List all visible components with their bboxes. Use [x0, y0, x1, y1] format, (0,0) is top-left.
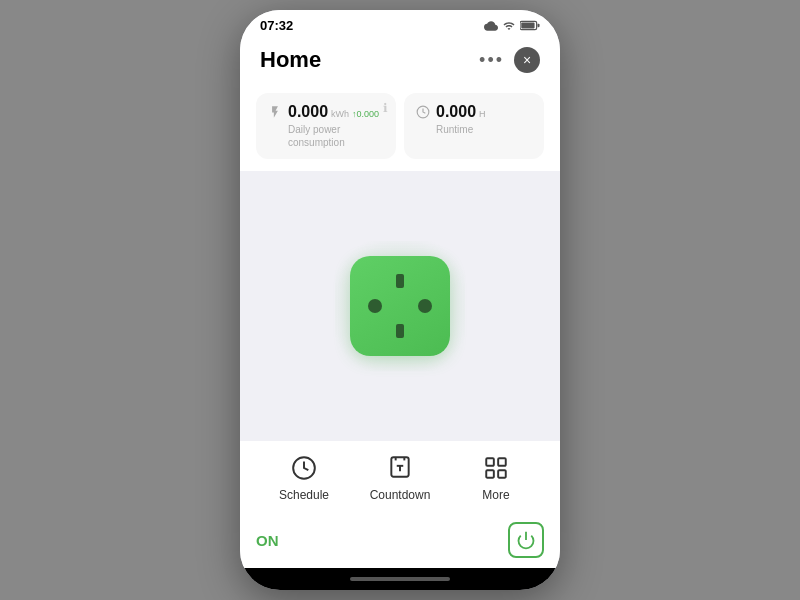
schedule-button[interactable]: Schedule [256, 453, 352, 502]
power-status: ON [256, 532, 279, 549]
plug-pin-left [368, 299, 382, 313]
wifi-icon [502, 20, 516, 32]
close-button[interactable]: × [514, 47, 540, 73]
clock-icon [416, 105, 430, 122]
power-bar: ON [240, 512, 560, 568]
header-actions: ••• × [477, 47, 540, 73]
lightning-icon [268, 105, 282, 122]
runtime-unit: H [479, 109, 486, 119]
svg-rect-1 [521, 23, 534, 29]
svg-rect-11 [498, 458, 506, 466]
schedule-label: Schedule [279, 488, 329, 502]
power-icon [516, 530, 536, 550]
home-bar [350, 577, 450, 581]
countdown-icon [385, 453, 415, 483]
stats-row: 0.000 kWh ↑0.000 Daily power consumption… [240, 85, 560, 171]
more-options-button[interactable]: ••• [477, 48, 506, 73]
cloud-icon [484, 19, 498, 33]
battery-icon [520, 19, 540, 32]
more-grid-icon [481, 453, 511, 483]
plug-glow[interactable] [335, 241, 465, 371]
actions-row: Schedule Countdown [256, 453, 544, 502]
page-title: Home [260, 47, 321, 73]
runtime-label: Runtime [436, 123, 534, 136]
info-icon[interactable]: ℹ [383, 101, 388, 115]
more-button[interactable]: More [448, 453, 544, 502]
svg-rect-12 [486, 470, 494, 478]
header: Home ••• × [240, 37, 560, 85]
runtime-value: 0.000 [436, 103, 476, 121]
svg-rect-13 [498, 470, 506, 478]
phone-frame: 07:32 Home ••• × [240, 10, 560, 590]
power-value-group: 0.000 kWh ↑0.000 Daily power consumption [288, 103, 386, 149]
svg-rect-2 [538, 24, 540, 27]
schedule-icon [289, 453, 319, 483]
runtime-stat-card: 0.000 H Runtime [404, 93, 544, 159]
power-toggle-button[interactable] [508, 522, 544, 558]
power-stat-card: 0.000 kWh ↑0.000 Daily power consumption… [256, 93, 396, 159]
countdown-label: Countdown [370, 488, 431, 502]
smart-plug[interactable] [350, 256, 450, 356]
plug-pin-right [418, 299, 432, 313]
power-label: Daily power consumption [288, 123, 386, 149]
countdown-button[interactable]: Countdown [352, 453, 448, 502]
power-value: 0.000 [288, 103, 328, 121]
more-label: More [482, 488, 509, 502]
power-unit: kWh [331, 109, 349, 119]
svg-rect-10 [486, 458, 494, 466]
status-bar: 07:32 [240, 10, 560, 37]
status-time: 07:32 [260, 18, 293, 33]
status-icons [484, 19, 540, 33]
plug-pin-bottom [396, 324, 404, 338]
actions-panel: Schedule Countdown [240, 441, 560, 512]
close-icon: × [523, 52, 531, 68]
home-indicator [240, 568, 560, 590]
runtime-value-group: 0.000 H Runtime [436, 103, 534, 136]
power-trend: ↑0.000 [352, 109, 379, 119]
main-content [240, 171, 560, 441]
plug-pin-top [396, 274, 404, 288]
